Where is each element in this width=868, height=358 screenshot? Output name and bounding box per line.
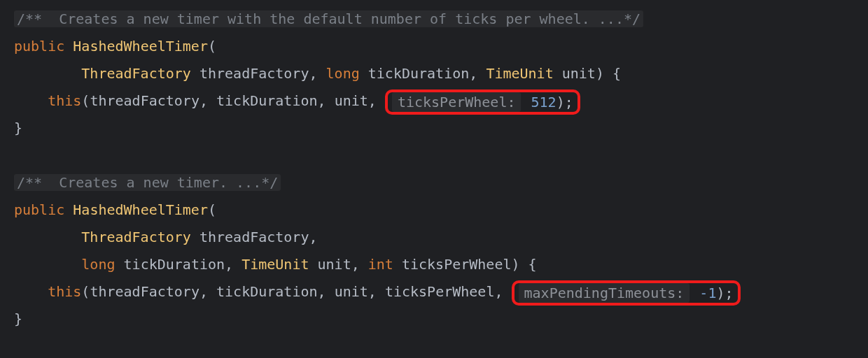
param-tickduration: tickDuration <box>368 65 470 82</box>
code-line: ThreadFactory threadFactory, <box>14 224 854 251</box>
punct-open-paren: ( <box>208 201 216 218</box>
call-close: ); <box>716 285 733 301</box>
punct-open-paren: ( <box>81 92 90 109</box>
method-name: HashedWheelTimer <box>73 201 208 218</box>
punct-comma: , <box>225 256 241 273</box>
param-unit: unit <box>562 65 596 82</box>
keyword-long: long <box>326 65 360 82</box>
code-line: long tickDuration, TimeUnit unit, int ti… <box>14 251 854 278</box>
punct-space <box>191 229 200 245</box>
indent <box>14 256 81 273</box>
arg2: tickDuration <box>216 92 318 109</box>
code-editor[interactable]: /** Creates a new timer with the default… <box>0 0 868 338</box>
punct-comma: , <box>469 65 486 82</box>
arg1: threadFactory <box>90 283 200 300</box>
punct-space <box>554 65 562 82</box>
brace-close: } <box>14 310 22 327</box>
type-threadfactory: ThreadFactory <box>81 229 191 245</box>
parameter-hint-highlight: maxPendingTimeouts: -1); <box>512 280 741 306</box>
punct-space <box>309 256 317 273</box>
arg2: tickDuration <box>216 283 318 300</box>
arg4: ticksPerWheel <box>385 283 495 300</box>
keyword-this: this <box>48 283 81 300</box>
punct-comma: , <box>368 92 385 109</box>
punct-space <box>393 256 402 273</box>
punct-space <box>64 201 73 218</box>
code-line: } <box>14 306 854 333</box>
code-line: this(threadFactory, tickDuration, unit, … <box>14 87 854 115</box>
punct-comma: , <box>351 256 368 273</box>
parameter-hint-label: ticksPerWheel: <box>392 92 522 112</box>
punct-close-sig: ) { <box>512 256 537 273</box>
punct-open-paren: ( <box>208 38 216 55</box>
method-name: HashedWheelTimer <box>73 38 208 55</box>
brace-close: } <box>14 120 22 136</box>
punct-comma: , <box>318 283 335 300</box>
punct-comma: , <box>494 283 511 300</box>
blank-line <box>14 142 854 169</box>
code-line: /** Creates a new timer. ...*/ <box>14 169 854 196</box>
type-timeunit: TimeUnit <box>241 256 309 273</box>
punct-close-sig: ) { <box>596 65 621 82</box>
arg3: unit <box>335 283 368 300</box>
code-line: /** Creates a new timer with the default… <box>14 6 854 33</box>
param-unit: unit <box>318 256 351 273</box>
punct-space <box>191 65 200 82</box>
javadoc-comment: /** Creates a new timer. ...*/ <box>14 174 281 191</box>
type-threadfactory: ThreadFactory <box>81 65 191 82</box>
punct-space <box>522 94 531 110</box>
keyword-long: long <box>81 256 115 273</box>
javadoc-comment: /** Creates a new timer with the default… <box>14 10 643 27</box>
code-line: this(threadFactory, tickDuration, unit, … <box>14 278 854 306</box>
keyword-public: public <box>14 38 64 55</box>
param-tickduration: tickDuration <box>124 256 225 273</box>
keyword-this: this <box>48 92 81 109</box>
punct-comma: , <box>200 92 216 109</box>
punct-comma: , <box>318 92 335 109</box>
punct-comma: , <box>309 65 326 82</box>
param-threadfactory: threadFactory <box>200 65 309 82</box>
code-line: public HashedWheelTimer( <box>14 196 854 224</box>
punct-open-paren: ( <box>81 283 90 300</box>
arg1: threadFactory <box>90 92 200 109</box>
arg3: unit <box>335 92 368 109</box>
punct-space <box>360 65 368 82</box>
param-tickswheel: ticksPerWheel <box>402 256 512 273</box>
punct-comma: , <box>200 283 216 300</box>
code-line: ThreadFactory threadFactory, long tickDu… <box>14 60 854 87</box>
indent <box>14 229 81 245</box>
keyword-int: int <box>368 256 393 273</box>
code-line: public HashedWheelTimer( <box>14 33 854 60</box>
parameter-hint-value: 512 <box>531 94 556 110</box>
punct-space <box>691 285 699 301</box>
indent <box>14 92 48 109</box>
type-timeunit: TimeUnit <box>486 65 553 82</box>
call-close: ); <box>556 94 573 110</box>
code-line: } <box>14 115 854 142</box>
keyword-public: public <box>14 201 64 218</box>
parameter-hint-value: -1 <box>699 285 716 301</box>
punct-comma: , <box>309 229 317 245</box>
parameter-hint-highlight: ticksPerWheel: 512); <box>385 90 580 115</box>
indent <box>14 283 48 300</box>
indent <box>14 65 81 82</box>
punct-space <box>115 256 124 273</box>
parameter-hint-label: maxPendingTimeouts: <box>519 283 690 303</box>
param-threadfactory: threadFactory <box>200 229 309 245</box>
punct-comma: , <box>368 283 385 300</box>
punct-space <box>64 38 73 55</box>
